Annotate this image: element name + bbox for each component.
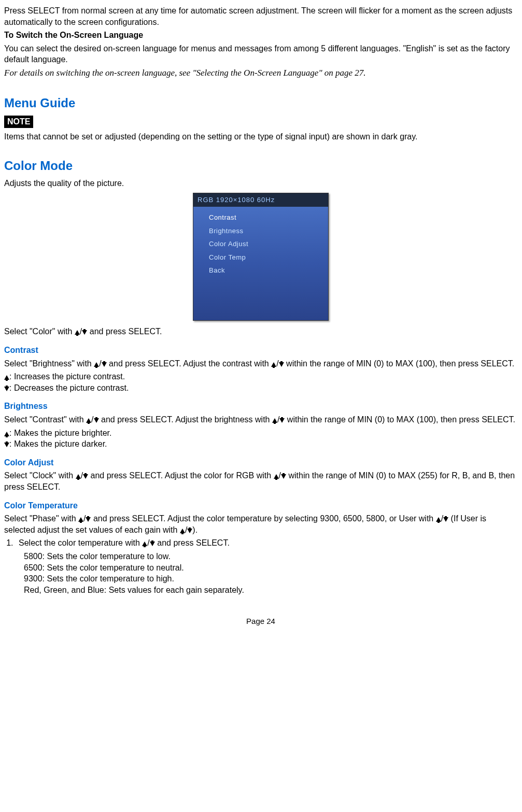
arrow-up-icon	[272, 418, 277, 423]
arrow-down-icon	[86, 517, 91, 522]
color-temp-desc: Select "Phase" with / and press SELECT. …	[4, 513, 517, 535]
switch-language-desc: You can select the desired on-screen lan…	[4, 43, 517, 65]
heading-menu-guide: Menu Guide	[4, 95, 517, 111]
arrow-up-icon	[4, 375, 9, 380]
arrow-down-icon	[279, 418, 285, 423]
page-number: Page 24	[4, 616, 517, 626]
arrow-up-icon	[436, 517, 441, 522]
osd-item-color-temp: Color Temp	[209, 251, 328, 264]
arrow-down-icon	[4, 443, 9, 447]
osd-menu-list: Contrast Brightness Color Adjust Color T…	[193, 207, 328, 277]
arrow-down-icon	[102, 362, 107, 367]
arrow-down-icon	[150, 542, 155, 546]
color-temp-opt-6500: 6500: Sets the color temperature to neut…	[24, 562, 517, 574]
contrast-desc: Select "Brightness" with / and press SEL…	[4, 358, 517, 369]
heading-color-mode: Color Mode	[4, 158, 517, 174]
osd-item-back: Back	[209, 264, 328, 277]
osd-header: RGB 1920×1080 60Hz	[193, 193, 328, 207]
color-temp-steps: Select the color temperature with / and …	[16, 537, 517, 549]
brightness-desc: Select "Contrast" with / and press SELEC…	[4, 414, 517, 425]
note-badge: NOTE	[4, 116, 33, 128]
heading-color-adjust: Color Adjust	[4, 457, 517, 468]
color-temp-opt-9300: 9300: Sets the color temperature to high…	[24, 573, 517, 585]
heading-contrast: Contrast	[4, 345, 517, 356]
intro-paragraph: Press SELECT from normal screen at any t…	[4, 5, 517, 27]
arrow-up-icon	[86, 418, 91, 423]
arrow-down-icon	[82, 330, 87, 335]
arrow-up-icon	[76, 474, 81, 479]
arrow-down-icon	[279, 362, 284, 367]
arrow-down-icon	[4, 387, 9, 391]
heading-color-temperature: Color Temperature	[4, 500, 517, 511]
osd-item-color-adjust: Color Adjust	[209, 237, 328, 251]
note-text: Items that cannot be set or adjusted (de…	[4, 131, 517, 143]
osd-menu-screenshot: RGB 1920×1080 60Hz Contrast Brightness C…	[193, 193, 329, 321]
contrast-up: : Increases the picture contrast. : Decr…	[4, 371, 517, 393]
heading-brightness: Brightness	[4, 401, 517, 412]
color-mode-desc: Adjusts the quality of the picture.	[4, 178, 517, 189]
arrow-up-icon	[274, 474, 279, 479]
arrow-down-icon	[187, 529, 192, 533]
arrow-down-icon	[443, 517, 448, 522]
arrow-up-icon	[271, 362, 276, 367]
arrow-up-icon	[94, 362, 99, 367]
color-adjust-desc: Select "Clock" with / and press SELECT. …	[4, 470, 517, 492]
color-temp-step-1: Select the color temperature with / and …	[16, 537, 517, 549]
osd-item-brightness: Brightness	[209, 224, 328, 238]
brightness-updown: : Makes the picture brighter. : Makes th…	[4, 428, 517, 450]
heading-switch-language: To Switch the On-Screen Language	[4, 30, 517, 41]
arrow-down-icon	[94, 418, 99, 423]
color-mode-select: Select "Color" with / and press SELECT.	[4, 326, 517, 337]
color-temp-opt-rgb: Red, Green, and Blue: Sets values for ea…	[24, 585, 517, 596]
osd-item-contrast: Contrast	[209, 211, 328, 224]
arrow-up-icon	[142, 542, 147, 546]
arrow-up-icon	[180, 529, 185, 533]
arrow-up-icon	[75, 330, 80, 335]
switch-language-ref: For details on switching the on-screen l…	[4, 67, 517, 79]
arrow-down-icon	[281, 474, 286, 479]
arrow-up-icon	[4, 432, 9, 436]
color-temp-options: 5800: Sets the color temperature to low.…	[24, 551, 517, 595]
arrow-up-icon	[78, 517, 83, 522]
color-temp-opt-5800: 5800: Sets the color temperature to low.	[24, 551, 517, 562]
arrow-down-icon	[83, 474, 88, 479]
